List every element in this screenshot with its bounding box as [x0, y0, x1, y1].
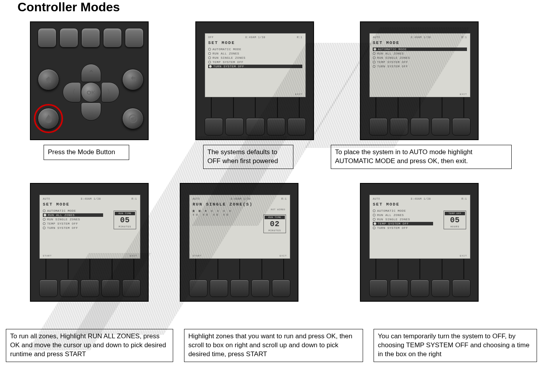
- screen-title: SET MODE: [373, 40, 467, 45]
- footer-labels: START EXIT: [43, 255, 137, 257]
- screen-title: RUN SINGLE ZONE(S): [193, 202, 287, 207]
- softkey[interactable]: [452, 279, 470, 297]
- time-status: 8:49AM 1/30: [245, 36, 265, 39]
- menu-run-all[interactable]: RUN ALL ZONES: [43, 213, 103, 217]
- footer-labels: EXIT: [208, 93, 302, 96]
- softkey[interactable]: [452, 118, 470, 135]
- mode-status: AUTO: [43, 197, 50, 200]
- r-status: R:1: [297, 36, 302, 39]
- dpad-down[interactable]: ⌄: [81, 102, 101, 121]
- softkey[interactable]: [390, 279, 408, 297]
- softkey[interactable]: [267, 118, 285, 135]
- dpad-up[interactable]: ⌃: [81, 64, 101, 82]
- box-value: 02: [265, 220, 285, 229]
- controller-button-panel: ⌃ ⌄ 〈 〉 OK: [30, 21, 149, 140]
- softkey[interactable]: [225, 118, 244, 135]
- softkey[interactable]: [411, 118, 429, 135]
- menu-run-all[interactable]: RUN ALL ZONES: [208, 52, 302, 55]
- ok-button[interactable]: OK: [81, 82, 101, 102]
- screen-title: SET MODE: [43, 202, 137, 207]
- softkey-1[interactable]: [38, 28, 56, 47]
- softkey[interactable]: [39, 279, 58, 297]
- softkey[interactable]: [122, 279, 140, 297]
- mute-button[interactable]: [122, 108, 144, 129]
- softkey[interactable]: [272, 279, 290, 297]
- status-line: AUTO 8:49AM 1/30 R:1: [373, 197, 467, 200]
- menu-run-all[interactable]: RUN ALL ZONES: [373, 52, 467, 55]
- r-status: R:1: [461, 197, 467, 200]
- softkey[interactable]: [246, 118, 264, 135]
- menu-temp-off[interactable]: TEMP SYSTEM OFF: [43, 222, 103, 225]
- dpad-left[interactable]: 〈: [63, 82, 81, 102]
- mode-status: AUTO: [193, 197, 200, 200]
- footer-labels: EXIT: [373, 255, 467, 257]
- home-button[interactable]: [38, 69, 59, 90]
- menu-auto[interactable]: AUTOMATIC MODE: [208, 47, 302, 51]
- dpad-right[interactable]: 〉: [101, 82, 119, 102]
- mode-button[interactable]: [38, 108, 59, 129]
- softkey[interactable]: [60, 279, 78, 297]
- r-status: R:1: [132, 197, 137, 200]
- runtime-box[interactable]: RUN TIME 02 MINUTES: [263, 214, 286, 233]
- softkey[interactable]: [102, 279, 120, 297]
- softkey[interactable]: [251, 279, 270, 297]
- status-line: AUTO 8:49AM 1/30 R:1: [43, 197, 137, 200]
- r-status: R:1: [281, 197, 287, 200]
- softkey[interactable]: [288, 118, 306, 135]
- softkey[interactable]: [230, 279, 249, 297]
- softkey-2[interactable]: [60, 28, 78, 47]
- menu-run-single[interactable]: RUN SINGLE ZONES: [208, 56, 302, 60]
- time-status: 8:49AM 1/30: [230, 197, 251, 200]
- caption-2: The systems defaults to OFF when first p…: [203, 145, 293, 169]
- back-button[interactable]: [122, 69, 144, 90]
- box-value: 05: [445, 216, 465, 225]
- status-line: AUTO 8:49AM 1/30 R:1: [373, 36, 467, 39]
- time-status: 8:49AM 1/30: [411, 197, 431, 200]
- softkey[interactable]: [189, 279, 207, 297]
- screen-title: SET MODE: [373, 202, 467, 207]
- menu-run-single[interactable]: RUN SINGLE ZONES: [373, 56, 467, 60]
- softkey[interactable]: [81, 279, 99, 297]
- softkey-3[interactable]: [81, 28, 100, 47]
- temp-off-box[interactable]: TEMP OFF 05 HOURS: [444, 211, 466, 229]
- box-unit: MINUTES: [115, 225, 135, 228]
- softkey-4[interactable]: [103, 28, 122, 47]
- menu-run-all[interactable]: RUN ALL ZONES: [373, 213, 433, 217]
- time-status: 8:49AM 1/30: [81, 197, 101, 200]
- softkey[interactable]: [432, 118, 450, 135]
- screen-title: SET MODE: [208, 40, 302, 45]
- drop-icon: [45, 114, 53, 123]
- runtime-box[interactable]: RUN TIME 05 MINUTES: [114, 211, 136, 229]
- softkey[interactable]: [369, 279, 388, 297]
- caption-5: Highlight zones that you want to run and…: [184, 329, 363, 362]
- softkey[interactable]: [390, 118, 408, 135]
- softkey-5[interactable]: [125, 28, 144, 47]
- menu-run-single[interactable]: RUN SINGLE ZONES: [43, 218, 103, 221]
- menu-temp-off[interactable]: TEMP SYSTEM OFF: [208, 60, 302, 64]
- menu-run-single[interactable]: RUN SINGLE ZONES: [373, 218, 433, 221]
- menu-temp-off[interactable]: TEMP SYSTEM OFF: [373, 60, 467, 64]
- menu-turn-off[interactable]: TURN SYSTEM OFF: [373, 226, 433, 230]
- softkey[interactable]: [411, 279, 429, 297]
- caption-4: To run all zones, Highlight RUN ALL ZONE…: [6, 329, 173, 362]
- menu-auto[interactable]: AUTOMATIC MODE: [43, 209, 103, 213]
- menu-auto[interactable]: AUTOMATIC MODE: [373, 47, 467, 51]
- home-icon: [44, 76, 53, 84]
- menu-temp-off[interactable]: TEMP SYSTEM OFF: [373, 222, 433, 225]
- box-value: 05: [115, 216, 135, 225]
- menu-auto[interactable]: AUTOMATIC MODE: [373, 209, 433, 213]
- softkey[interactable]: [205, 118, 223, 135]
- screen-run-single: AUTO 8:49AM 1/30 R:1 RUN SINGLE ZONE(S) …: [180, 183, 298, 302]
- menu-turn-off[interactable]: TURN SYSTEM OFF: [208, 65, 302, 68]
- softkey[interactable]: [210, 279, 228, 297]
- softkey[interactable]: [432, 279, 450, 297]
- mute-icon: [128, 114, 138, 123]
- r-status: R:1: [461, 36, 467, 39]
- menu-turn-off[interactable]: TURN SYSTEM OFF: [373, 65, 467, 68]
- softkey[interactable]: [369, 118, 388, 135]
- screen-run-all: AUTO 8:49AM 1/30 R:1 SET MODE AUTOMATIC …: [30, 183, 149, 302]
- footer-labels: START EXIT: [193, 255, 287, 257]
- box-unit: MINUTES: [265, 229, 285, 232]
- mode-status: AUTO: [373, 36, 380, 39]
- menu-turn-off[interactable]: TURN SYSTEM OFF: [43, 226, 103, 230]
